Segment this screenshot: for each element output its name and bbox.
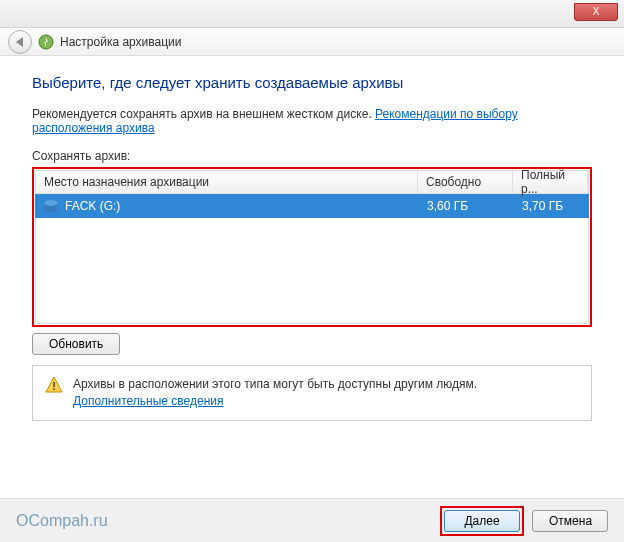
warning-text: Архивы в расположении этого типа могут б… [73, 376, 477, 410]
arrow-left-icon [16, 37, 23, 47]
cell-free: 3,60 ГБ [419, 199, 514, 213]
wizard-header: Настройка архивации [0, 28, 624, 56]
cell-total: 3,70 ГБ [514, 199, 589, 213]
svg-text:!: ! [52, 380, 56, 392]
table-header: Место назначения архивации Свободно Полн… [35, 170, 589, 194]
close-button[interactable]: X [574, 3, 618, 21]
refresh-button[interactable]: Обновить [32, 333, 120, 355]
backup-wizard-icon [38, 34, 54, 50]
footer: OCompah.ru Далее Отмена [0, 498, 624, 542]
page-heading: Выберите, где следует хранить создаваемы… [32, 74, 592, 91]
svg-point-1 [44, 200, 58, 206]
warning-link[interactable]: Дополнительные сведения [73, 394, 223, 408]
next-highlight: Далее [440, 506, 524, 536]
destination-table: Место назначения архивации Свободно Полн… [32, 167, 592, 327]
watermark: OCompah.ru [16, 512, 108, 530]
cancel-button[interactable]: Отмена [532, 510, 608, 532]
cell-destination: FACK (G:) [35, 199, 419, 213]
back-button[interactable] [8, 30, 32, 54]
col-free[interactable]: Свободно [418, 171, 513, 193]
col-destination[interactable]: Место назначения архивации [36, 171, 418, 193]
warning-icon: ! [45, 376, 63, 394]
content-area: Выберите, где следует хранить создаваемы… [0, 56, 624, 433]
wizard-title: Настройка архивации [60, 35, 182, 49]
next-button[interactable]: Далее [444, 510, 520, 532]
col-total[interactable]: Полный р... [513, 171, 588, 193]
recommendation-text: Рекомендуется сохранять архив на внешнем… [32, 107, 592, 135]
titlebar: X [0, 0, 624, 28]
save-label: Сохранять архив: [32, 149, 592, 163]
warning-box: ! Архивы в расположении этого типа могут… [32, 365, 592, 421]
table-row[interactable]: FACK (G:) 3,60 ГБ 3,70 ГБ [35, 194, 589, 218]
disk-icon [43, 199, 59, 213]
table-empty-area [35, 218, 589, 324]
